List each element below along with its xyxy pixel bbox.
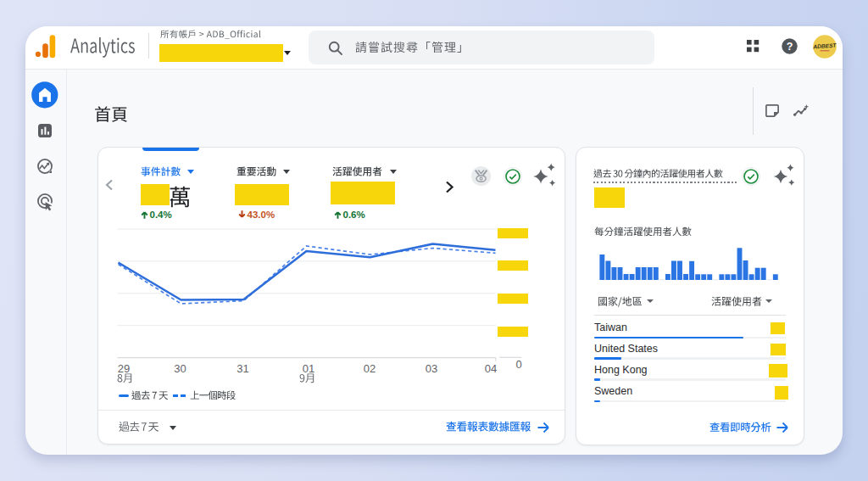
svg-text:?: ? <box>786 41 793 53</box>
